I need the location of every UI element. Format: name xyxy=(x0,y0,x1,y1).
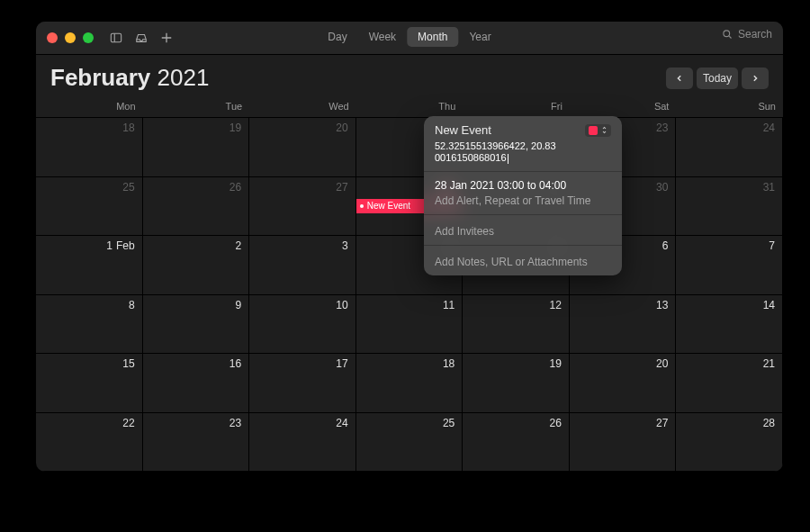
month-header: February 2021 Today xyxy=(36,55,783,97)
day-number: 25 xyxy=(122,181,134,194)
day-number: 26 xyxy=(549,417,561,429)
day-number: 23 xyxy=(656,122,668,134)
view-year[interactable]: Year xyxy=(458,27,501,47)
day-cell[interactable]: 12 xyxy=(463,295,570,355)
day-number: 25 xyxy=(443,417,454,429)
day-cell[interactable]: 28 xyxy=(676,413,783,473)
weekday-label: Thu xyxy=(356,97,464,117)
day-cell[interactable]: 17 xyxy=(249,354,356,413)
weekday-label: Wed xyxy=(249,97,356,117)
add-event-icon[interactable] xyxy=(160,32,173,44)
day-number: 11 xyxy=(443,299,454,311)
updown-icon xyxy=(601,126,608,134)
day-cell[interactable]: 26 xyxy=(143,177,250,237)
day-number: 6 xyxy=(662,239,669,252)
event-invitees-field[interactable]: Add Invitees xyxy=(435,225,611,238)
close-window-button[interactable] xyxy=(47,32,58,43)
weekday-label: Mon xyxy=(36,97,143,117)
day-cell[interactable]: 25 xyxy=(356,413,464,473)
day-number: 23 xyxy=(230,417,241,429)
day-cell[interactable]: 19 xyxy=(143,118,250,177)
day-number: 22 xyxy=(122,417,134,429)
prev-month-button[interactable] xyxy=(666,68,693,89)
inbox-icon[interactable] xyxy=(135,32,148,44)
day-cell[interactable]: 31 xyxy=(676,177,783,237)
weekday-label: Fri xyxy=(463,97,570,117)
search-icon xyxy=(722,29,733,40)
day-number: 1Feb xyxy=(106,239,134,252)
minimize-window-button[interactable] xyxy=(65,32,76,43)
event-time-field[interactable]: 28 Jan 2021 03:00 to 04:00 xyxy=(435,179,611,192)
day-cell[interactable]: 2 xyxy=(143,236,250,295)
search-field[interactable]: Search xyxy=(722,28,772,41)
event-popover: New Event 52.32515513966422, 20.83​00161… xyxy=(424,116,622,275)
calendars-sidebar-icon[interactable] xyxy=(110,32,122,44)
weekday-label: Tue xyxy=(143,97,250,117)
event-title-field[interactable]: New Event xyxy=(435,123,491,137)
day-cell[interactable]: 11 xyxy=(356,295,464,355)
day-number: 31 xyxy=(763,181,775,194)
day-cell[interactable]: 16 xyxy=(143,354,250,413)
day-cell[interactable]: 15 xyxy=(36,354,143,413)
day-cell[interactable]: 9 xyxy=(143,295,250,355)
event-alert-field[interactable]: Add Alert, Repeat or Travel Time xyxy=(435,194,611,207)
day-cell[interactable]: 3 xyxy=(249,236,356,295)
day-number: 9 xyxy=(235,299,241,311)
svg-point-4 xyxy=(724,31,730,37)
window-controls xyxy=(47,32,94,43)
day-number: 19 xyxy=(549,357,561,370)
day-cell[interactable]: 25 xyxy=(36,177,143,237)
event-notes-field[interactable]: Add Notes, URL or Attachments xyxy=(435,256,611,268)
search-placeholder: Search xyxy=(738,28,772,41)
day-cell[interactable]: 18 xyxy=(36,118,143,177)
day-cell[interactable]: 20 xyxy=(249,118,356,177)
day-cell[interactable]: 23 xyxy=(143,413,250,473)
day-number: 15 xyxy=(122,357,134,370)
day-cell[interactable]: 13 xyxy=(570,295,677,355)
day-cell[interactable]: 24 xyxy=(249,413,356,473)
day-number: 14 xyxy=(763,299,775,311)
next-month-button[interactable] xyxy=(742,68,769,89)
event-location-field[interactable]: 52.32515513966422, 20.83​0016150868016 xyxy=(435,140,611,164)
day-number: 27 xyxy=(656,417,668,429)
day-number: 27 xyxy=(336,181,347,194)
color-swatch xyxy=(589,126,598,135)
day-cell[interactable]: 10 xyxy=(249,295,356,355)
day-cell[interactable]: 14 xyxy=(676,295,783,355)
calendar-window: Day Week Month Year Search February 2021… xyxy=(36,22,783,472)
today-button[interactable]: Today xyxy=(697,68,738,89)
view-week[interactable]: Week xyxy=(358,27,407,47)
day-cell[interactable]: 22 xyxy=(36,413,143,473)
day-number: 26 xyxy=(230,181,241,194)
day-number: 24 xyxy=(763,122,775,134)
day-number: 12 xyxy=(549,299,561,311)
day-cell[interactable]: 7 xyxy=(676,236,783,295)
calendar-color-select[interactable] xyxy=(585,124,611,137)
day-cell[interactable]: 1Feb xyxy=(36,236,143,295)
svg-line-5 xyxy=(729,36,731,38)
day-number: 21 xyxy=(763,357,775,370)
day-number: 30 xyxy=(656,181,668,194)
maximize-window-button[interactable] xyxy=(83,32,94,43)
day-number: 20 xyxy=(336,122,347,134)
svg-rect-0 xyxy=(111,33,121,42)
day-number: 16 xyxy=(230,357,241,370)
weekday-label: Sun xyxy=(676,97,783,117)
day-cell[interactable]: 27 xyxy=(570,413,677,473)
view-day[interactable]: Day xyxy=(317,27,357,47)
view-month[interactable]: Month xyxy=(407,27,458,47)
view-segmented-control: Day Week Month Year xyxy=(317,27,501,47)
day-cell[interactable]: 21 xyxy=(676,354,783,413)
day-number: 18 xyxy=(443,357,454,370)
day-number: 2 xyxy=(235,239,241,252)
day-number: 19 xyxy=(230,122,241,134)
day-cell[interactable]: 27 xyxy=(249,177,356,237)
day-cell[interactable]: 8 xyxy=(36,295,143,355)
day-cell[interactable]: 18 xyxy=(356,354,464,413)
day-cell[interactable]: 19 xyxy=(463,354,570,413)
day-cell[interactable]: 20 xyxy=(570,354,677,413)
month-title: February 2021 xyxy=(50,64,209,92)
day-cell[interactable]: 26 xyxy=(463,413,570,473)
day-number: 13 xyxy=(656,299,668,311)
day-cell[interactable]: 24 xyxy=(676,118,783,177)
